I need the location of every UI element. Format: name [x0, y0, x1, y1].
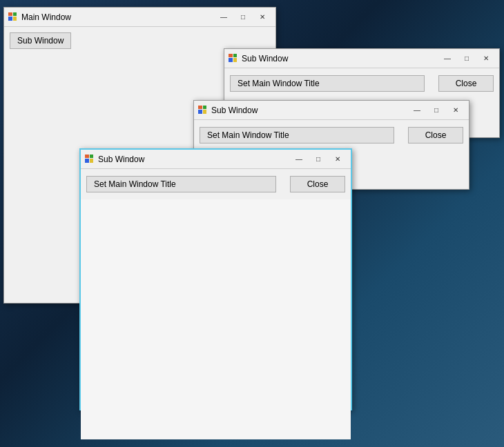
- main-window-icon: [8, 12, 18, 22]
- sub-window-1-maximize-btn[interactable]: □: [458, 52, 476, 66]
- sub-window-3-close-btn[interactable]: ✕: [329, 152, 347, 166]
- sub-window-1-set-title-btn[interactable]: Set Main Window Title: [230, 75, 425, 92]
- sub-window-2-close-action-btn[interactable]: Close: [408, 127, 463, 143]
- sub-window-3-controls: — □ ✕: [290, 152, 347, 166]
- main-window-controls: — □ ✕: [215, 10, 271, 24]
- main-window-title-text: Main Window: [21, 12, 215, 22]
- sub-window-3-title-bar: Sub Window — □ ✕: [81, 150, 351, 169]
- sub-window-2-icon: [198, 106, 208, 115]
- sub-window-2-content: Set Main Window Title Close: [194, 120, 469, 150]
- sub-window-3-content: Set Main Window Title Close: [81, 169, 351, 199]
- sub-window-2-set-title-btn[interactable]: Set Main Window Title: [200, 127, 394, 143]
- sub-window-3-inner-area: [81, 199, 351, 439]
- sub-window-1-icon: [229, 54, 238, 63]
- sub-window-2-controls: — □ ✕: [408, 103, 465, 117]
- sub-window-open-btn[interactable]: Sub Window: [10, 32, 71, 49]
- main-window-maximize-btn[interactable]: □: [234, 10, 252, 24]
- main-window-minimize-btn[interactable]: —: [215, 10, 233, 24]
- sub-window-2-maximize-btn[interactable]: □: [427, 103, 445, 117]
- sub-window-1-close-btn[interactable]: ✕: [477, 52, 495, 66]
- sub-window-2-minimize-btn[interactable]: —: [408, 103, 426, 117]
- sub-window-3-title-text: Sub Window: [98, 155, 290, 164]
- sub-window-3-maximize-btn[interactable]: □: [309, 152, 327, 166]
- sub-window-3-close-action-btn[interactable]: Close: [290, 176, 345, 192]
- sub-window-3-minimize-btn[interactable]: —: [290, 152, 308, 166]
- sub-window-2-title-bar: Sub Window — □ ✕: [194, 101, 469, 120]
- sub-window-3: Sub Window — □ ✕ Set Main Window Title C…: [79, 148, 352, 410]
- sub-window-1-title-text: Sub Window: [242, 54, 438, 63]
- sub-window-1-close-action-btn[interactable]: Close: [438, 75, 494, 92]
- sub-window-3-icon: [85, 155, 95, 164]
- sub-window-3-set-title-btn[interactable]: Set Main Window Title: [86, 176, 276, 192]
- sub-window-1-controls: — □ ✕: [438, 52, 495, 66]
- sub-window-1-minimize-btn[interactable]: —: [438, 52, 456, 66]
- sub-window-2-close-btn[interactable]: ✕: [447, 103, 465, 117]
- sub-window-1-title-bar: Sub Window — □ ✕: [224, 49, 499, 68]
- main-window-close-btn[interactable]: ✕: [253, 10, 271, 24]
- sub-window-2-title-text: Sub Window: [211, 106, 408, 115]
- sub-window-1-content: Set Main Window Title Close: [224, 68, 499, 99]
- main-window-title-bar: Main Window — □ ✕: [4, 8, 275, 27]
